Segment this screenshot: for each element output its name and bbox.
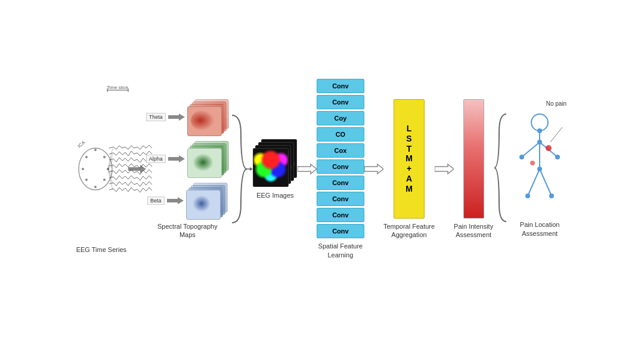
conv-label: Spatial FeatureLearning	[318, 242, 363, 259]
pain-bar	[463, 99, 484, 219]
lstm-label: Temporal FeatureAggregation	[383, 222, 435, 239]
svg-point-43	[549, 193, 554, 198]
svg-marker-23	[168, 113, 185, 121]
theta-stack	[187, 99, 229, 135]
eeg-label: EEG Time Series	[76, 246, 126, 253]
output-brace	[493, 102, 510, 236]
svg-point-8	[82, 168, 84, 170]
svg-marker-29	[364, 164, 383, 174]
conv-block-10: Conv	[317, 224, 364, 238]
pain-intensity-label: Pain IntensityAssessment	[454, 222, 493, 239]
svg-point-38	[537, 140, 542, 145]
eeg-svg: Time slice ICA	[75, 85, 158, 247]
output-brace-svg	[493, 102, 510, 233]
alpha-arrow	[168, 154, 185, 164]
beta-arrow	[167, 196, 184, 205]
conv-block-1: Conv	[317, 79, 364, 93]
svg-line-46	[550, 127, 562, 142]
eeg-head: Time slice ICA	[75, 85, 128, 241]
theta-arrow	[168, 112, 185, 122]
body-figure-svg	[510, 109, 569, 217]
conv-blocks: Conv Conv Coy CO Cox Conv Conv Conv Conv…	[317, 79, 364, 238]
svg-text:Time slice: Time slice	[107, 85, 128, 90]
eeg-to-conv-arrow	[298, 162, 317, 176]
conv-block-6: Conv	[317, 159, 364, 174]
alpha-map-group: Alpha	[146, 141, 229, 177]
no-pain-label: No pain	[546, 100, 566, 107]
theta-label: Theta	[146, 113, 166, 121]
diagram: Time slice ICA	[0, 0, 644, 338]
conv-block-2: Conv	[317, 95, 364, 109]
alpha-stack	[187, 141, 229, 177]
spectral-maps: Theta Alpha	[146, 99, 229, 219]
spectral-section: Theta Alpha	[146, 99, 229, 239]
conv-section: Conv Conv Coy CO Cox Conv Conv Conv Conv…	[317, 79, 364, 259]
eeg-section: Time slice ICA	[75, 85, 128, 253]
svg-point-45	[530, 161, 535, 165]
conv-block-8: Conv	[317, 192, 364, 206]
svg-marker-28	[298, 164, 317, 174]
lstm-block: LSTM+AM	[394, 99, 425, 219]
eeg-images-label: EEG Images	[256, 192, 293, 199]
eeg-img-front	[253, 148, 289, 187]
svg-point-39	[519, 155, 524, 159]
svg-point-11	[103, 179, 106, 181]
svg-point-6	[85, 156, 88, 158]
brace-arrow	[229, 103, 253, 235]
lstm-to-pain-arrow	[435, 162, 454, 176]
svg-point-41	[537, 167, 542, 171]
beta-map-group: Beta	[147, 183, 228, 219]
svg-point-44	[546, 145, 552, 151]
beta-label: Beta	[147, 196, 165, 205]
eeg-images-section: EEG Images	[253, 139, 298, 199]
conv-block-3: Coy	[317, 111, 364, 125]
svg-point-40	[555, 155, 560, 159]
lstm-section: LSTM+AM Temporal FeatureAggregation	[383, 99, 435, 239]
svg-line-35	[528, 169, 540, 196]
svg-line-36	[540, 169, 552, 196]
pain-location-section: No pain Pain Locatio	[510, 100, 569, 238]
svg-point-42	[525, 193, 530, 198]
svg-line-33	[522, 142, 540, 157]
conv-block-5: Cox	[317, 143, 364, 158]
beta-stack	[186, 183, 228, 219]
spectral-label: Spectral TopographyMaps	[157, 222, 218, 239]
theta-map-group: Theta	[146, 99, 229, 135]
svg-point-37	[537, 128, 542, 133]
conv-to-lstm-arrow	[364, 162, 383, 176]
svg-point-7	[103, 156, 106, 158]
conv-block-4: CO	[317, 127, 364, 142]
conv-block-9: Conv	[317, 208, 364, 222]
svg-marker-25	[167, 197, 184, 204]
svg-marker-30	[435, 164, 454, 174]
svg-point-5	[94, 149, 97, 151]
svg-marker-24	[168, 155, 185, 162]
pain-location-label: Pain LocationAssessment	[520, 220, 560, 238]
brace-svg	[229, 103, 253, 235]
svg-text:ICA: ICA	[76, 139, 86, 149]
svg-point-12	[94, 186, 97, 188]
pain-intensity-section: Pain IntensityAssessment	[454, 99, 493, 239]
svg-point-31	[531, 114, 548, 131]
conv-block-7: Conv	[317, 176, 364, 190]
eeg-images-stack	[253, 139, 298, 187]
svg-point-10	[85, 179, 88, 181]
alpha-label: Alpha	[146, 155, 166, 163]
